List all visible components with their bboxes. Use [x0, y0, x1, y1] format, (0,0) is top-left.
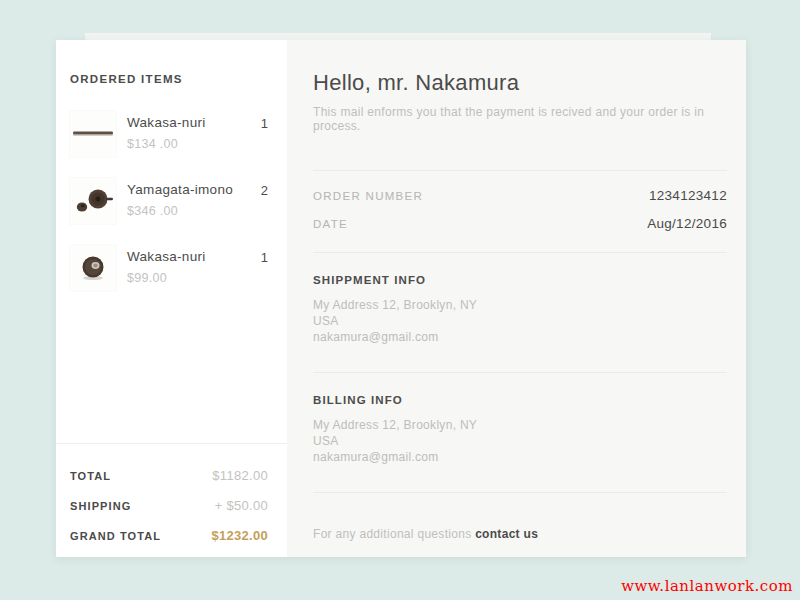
billing-address-line: My Address 12, Brooklyn, NY [313, 417, 727, 433]
billing-info-section: BILLING INFO My Address 12, Brooklyn, NY… [313, 373, 727, 492]
billing-email-line: nakamura@gmail.com [313, 449, 727, 465]
total-label: TOTAL [70, 470, 111, 482]
total-row: TOTAL $1182.00 [70, 468, 268, 483]
product-image-chopsticks [70, 111, 116, 157]
order-date-row: DATE Aug/12/2016 [313, 211, 727, 239]
order-number-value: 1234123412 [649, 188, 727, 203]
item-price: $346 .00 [127, 204, 233, 218]
shipment-info-heading: SHIPPMENT INFO [313, 274, 727, 286]
order-date-value: Aug/12/2016 [647, 216, 727, 231]
total-value: $1182.00 [212, 468, 268, 483]
grand-total-value: $1232.00 [211, 528, 268, 543]
billing-country-line: USA [313, 433, 727, 449]
watermark-url: www.lanlanwork.com [621, 577, 793, 595]
greeting-title: Hello, mr. Nakamura [313, 70, 727, 96]
order-confirmation-card: ORDERED ITEMS Wakasa-nuri $134 .00 1 [56, 40, 746, 557]
item-price: $99.00 [127, 271, 206, 285]
shipping-value: + $50.00 [215, 498, 268, 513]
item-quantity: 1 [261, 245, 268, 265]
order-details-panel: Hello, mr. Nakamura This mail enforms yo… [287, 40, 746, 557]
order-date-label: DATE [313, 218, 348, 230]
order-totals: TOTAL $1182.00 SHIPPING + $50.00 GRAND T… [56, 443, 287, 557]
footer-text: For any additional questions [313, 527, 475, 541]
item-name: Wakasa-nuri [127, 249, 206, 264]
divider [313, 492, 727, 493]
order-number-label: ORDER NUMBER [313, 190, 423, 202]
billing-info-heading: BILLING INFO [313, 394, 727, 406]
item-name: Wakasa-nuri [127, 115, 206, 130]
item-quantity: 2 [261, 178, 268, 198]
product-image-bowl [70, 245, 116, 291]
ordered-items-heading: ORDERED ITEMS [70, 73, 268, 85]
order-item-row: Wakasa-nuri $134 .00 1 [70, 111, 268, 157]
footer-help-text: For any additional questions contact us [313, 527, 727, 541]
item-name: Yamagata-imono [127, 182, 233, 197]
shipment-email-line: nakamura@gmail.com [313, 329, 727, 345]
order-number-row: ORDER NUMBER 1234123412 [313, 183, 727, 211]
item-quantity: 1 [261, 111, 268, 131]
grand-total-label: GRAND TOTAL [70, 530, 161, 542]
item-price: $134 .00 [127, 137, 206, 151]
confirmation-message: This mail enforms you that the payment i… [313, 105, 727, 133]
shipment-country-line: USA [313, 313, 727, 329]
contact-us-link[interactable]: contact us [475, 527, 538, 541]
order-meta: ORDER NUMBER 1234123412 DATE Aug/12/2016 [313, 171, 727, 252]
shipping-row: SHIPPING + $50.00 [70, 498, 268, 513]
shipping-label: SHIPPING [70, 500, 131, 512]
ordered-items-panel: ORDERED ITEMS Wakasa-nuri $134 .00 1 [56, 40, 287, 557]
shipment-address-line: My Address 12, Brooklyn, NY [313, 297, 727, 313]
order-item-row: Wakasa-nuri $99.00 1 [70, 245, 268, 291]
order-item-row: Yamagata-imono $346 .00 2 [70, 178, 268, 224]
shipment-info-section: SHIPPMENT INFO My Address 12, Brooklyn, … [313, 253, 727, 372]
grand-total-row: GRAND TOTAL $1232.00 [70, 528, 268, 543]
product-image-teapot [70, 178, 116, 224]
